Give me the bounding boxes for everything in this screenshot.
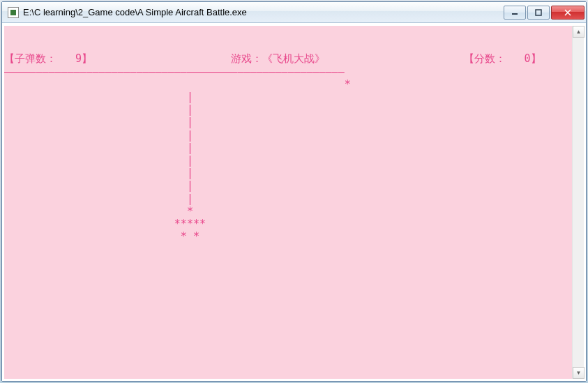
close-icon [564,9,572,16]
score-label: 【分数： [464,52,506,65]
bullet-row: | [4,129,572,142]
client-area: 【子弹数： 9】 游戏：《飞机大战》 【分数： 0】——————————————… [2,23,586,381]
title-bar[interactable]: E:\C learning\2_Game code\A Simple Aircr… [2,2,586,23]
game-header: 【子弹数： 9】 游戏：《飞机大战》 【分数： 0】 [4,51,572,65]
vertical-scrollbar[interactable]: ▲ ▼ [572,26,584,379]
bullet-row: | [4,154,572,167]
player-row-3: * * [4,230,572,243]
header-divider: ————————————————————————————————————————… [4,66,572,78]
player-row-1: * [4,205,572,218]
scroll-up-button[interactable]: ▲ [573,26,585,38]
bullet-row: | [4,116,572,128]
window-title: E:\C learning\2_Game code\A Simple Aircr… [23,7,502,17]
bullet-row: | [4,91,572,103]
game-screen[interactable]: 【子弹数： 9】 游戏：《飞机大战》 【分数： 0】——————————————… [4,26,572,379]
minimize-button[interactable] [504,6,526,20]
svg-rect-1 [536,10,541,15]
bullets-value: 9 [75,52,82,65]
close-button[interactable] [551,6,585,20]
bullet-row: | [4,167,572,179]
app-window: E:\C learning\2_Game code\A Simple Aircr… [1,1,587,382]
triangle-down-icon: ▼ [576,370,582,376]
bullet-row: | [4,193,572,205]
bullets-close: 】 [82,52,92,65]
bullets-label: 【子弹数： [4,52,56,65]
app-icon [8,7,19,18]
triangle-up-icon: ▲ [576,29,582,35]
score-close: 】 [531,52,541,65]
game-title: 游戏：《飞机大战》 [231,52,325,65]
bullet-row: | [4,103,572,116]
maximize-icon [535,9,542,16]
bullet-row: | [4,179,572,192]
scroll-down-button[interactable]: ▼ [573,367,585,379]
score-value: 0 [525,52,531,65]
minimize-icon [511,9,518,16]
player-row-2: ***** [4,218,572,230]
maximize-button[interactable] [527,6,550,20]
bullet-row: | [4,142,572,154]
enemy-row: * [4,78,572,91]
window-controls [502,6,585,20]
